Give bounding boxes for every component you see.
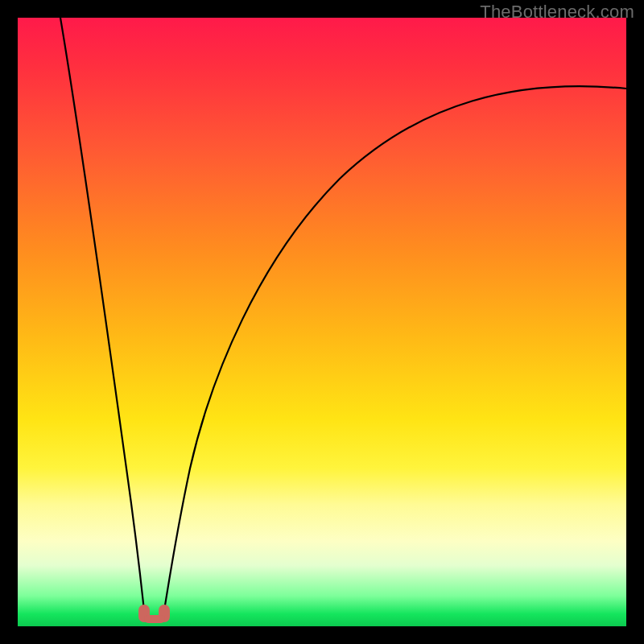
valley-nubs xyxy=(138,605,170,623)
watermark-text: TheBottleneck.com xyxy=(480,2,634,23)
bottleneck-curve xyxy=(18,18,626,626)
curve-left-branch xyxy=(60,18,144,610)
nub-bridge xyxy=(144,615,165,623)
curve-right-branch xyxy=(164,86,626,610)
plot-frame xyxy=(18,18,626,626)
